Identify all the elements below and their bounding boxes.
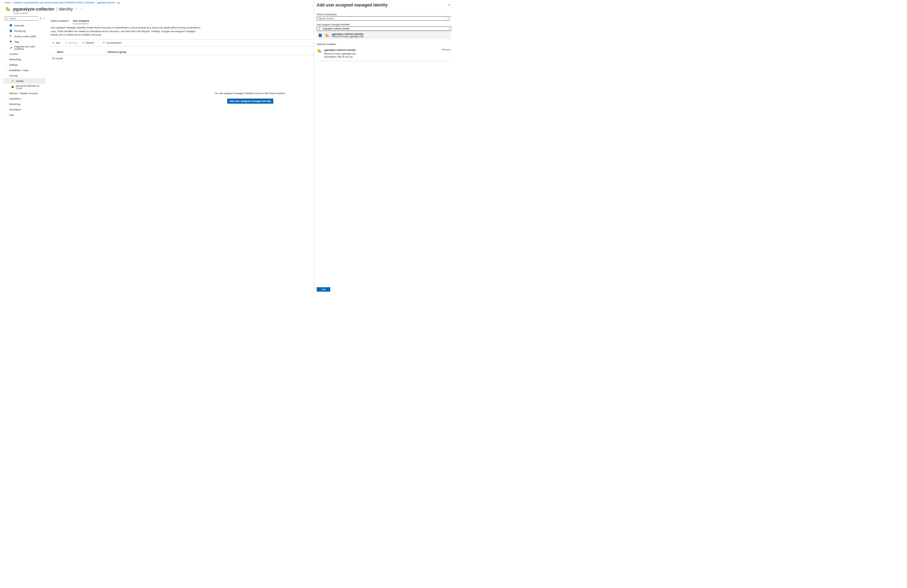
chevron-right-icon: ›	[5, 64, 7, 66]
identity-filter-input[interactable]	[323, 27, 446, 30]
sidebar-item-identity[interactable]: Identity	[3, 78, 46, 84]
identity-icon	[317, 48, 322, 53]
sidebar-search[interactable]	[5, 16, 38, 21]
svg-rect-7	[10, 31, 11, 31]
sidebar-item-monitoring[interactable]: ›Monitoring	[3, 101, 46, 107]
wrench-icon	[9, 46, 12, 49]
sidebar-item-defender[interactable]: Microsoft Defender for Cloud	[3, 84, 46, 90]
tab-system-assigned[interactable]: System assigned	[50, 18, 69, 24]
panel-footer: Add	[314, 285, 454, 294]
filter-icon	[318, 27, 321, 30]
svg-point-9	[11, 35, 12, 37]
toolbar-feedback-button[interactable]: Got feedback?	[101, 41, 124, 45]
required-indicator: *	[450, 16, 451, 19]
more-icon[interactable]: ⋯	[80, 8, 83, 11]
sidebar-item-automation[interactable]: ›Automation	[3, 107, 46, 112]
sidebar-item-help[interactable]: ›Help	[3, 112, 46, 117]
chevron-right-icon: ›	[5, 53, 7, 55]
identity-result-row[interactable]: ✓ pganalyze-collector-identity Resource …	[317, 31, 451, 39]
expand-icon[interactable]: ⇅	[40, 17, 42, 20]
collapse-icon[interactable]: «	[43, 17, 45, 20]
selected-resource-group: Resource Group: pganalyze-test	[324, 52, 440, 56]
sidebar-item-iam[interactable]: Access control (IAM)	[3, 34, 46, 39]
people-icon	[9, 35, 12, 38]
chevron-right-icon: ›	[95, 2, 96, 4]
close-icon[interactable]: ✕	[447, 3, 451, 7]
search-icon	[6, 17, 8, 20]
toolbar-add-button[interactable]: Add	[50, 41, 62, 45]
checkbox-checked-icon[interactable]: ✓	[319, 34, 322, 37]
chevron-right-icon: ›	[5, 108, 7, 111]
toolbar-separator	[98, 41, 99, 45]
svg-point-15	[103, 42, 104, 43]
chevron-right-icon: ›	[5, 92, 7, 94]
sidebar-item-connect[interactable]: ›Connect	[3, 51, 46, 56]
chevron-down-icon: ⌄	[5, 75, 7, 77]
chevron-right-icon: ›	[115, 2, 116, 4]
svg-point-1	[6, 18, 8, 19]
sort-icon[interactable]: ↑↓	[106, 51, 108, 53]
breadcrumb-home[interactable]: Home	[5, 2, 11, 4]
breadcrumb-db[interactable]: pganalyze-test-db	[97, 2, 114, 4]
sidebar-item-availability[interactable]: ›Availability + scale	[3, 67, 46, 73]
sidebar: ⇅ « Overview Activity log Access control…	[0, 16, 46, 117]
sidebar-item-networking[interactable]: ›Networking	[3, 56, 46, 62]
subscription-select[interactable]: Pay-As-You-Go ⌄	[317, 16, 449, 21]
svg-rect-16	[104, 42, 105, 43]
selected-identities-header: Selected identities:	[317, 43, 451, 45]
chevron-right-icon: ›	[5, 58, 7, 60]
chevron-down-icon: ⌄	[446, 17, 448, 20]
table-col-name[interactable]: Name ↑↓	[50, 51, 108, 53]
toolbar-remove-button: Remove	[63, 41, 79, 45]
tag-icon	[9, 40, 12, 43]
sidebar-item-activity[interactable]: Activity log	[3, 28, 46, 34]
remove-link[interactable]: Remove	[442, 48, 451, 51]
svg-rect-6	[10, 30, 11, 30]
result-resource-group: Resource Group: pganalyze-test	[332, 35, 364, 38]
identity-resource-icon	[5, 6, 11, 12]
svg-rect-12	[66, 42, 67, 44]
chevron-right-icon: ›	[11, 2, 12, 4]
log-icon	[9, 29, 12, 32]
breadcrumb-createvm[interactable]: CreateVm-canonical.0001-com-ubuntu-serve…	[14, 2, 95, 4]
tab-user-assigned[interactable]: User assigned	[73, 18, 89, 24]
sidebar-search-input[interactable]	[10, 17, 38, 20]
sidebar-item-operations[interactable]: ›Operations	[3, 96, 46, 101]
panel-title: Add user assigned managed identity	[317, 3, 388, 8]
selected-name: pganalyze-collector-identity	[324, 48, 440, 52]
chevron-right-icon: ›	[5, 98, 7, 99]
sidebar-item-backup[interactable]: ›Backup + disaster recovery	[3, 90, 46, 96]
toolbar-refresh-button[interactable]: Refresh	[81, 41, 96, 45]
svg-line-2	[8, 19, 8, 20]
svg-point-8	[10, 35, 11, 36]
sidebar-nav: Overview Activity log Access control (IA…	[3, 23, 46, 117]
feedback-icon	[103, 42, 105, 44]
sidebar-item-tags[interactable]: Tags	[3, 39, 46, 44]
breadcrumb-truncated: pg	[117, 2, 120, 4]
page-title: pganalyze-collector | Identity	[13, 6, 73, 11]
svg-rect-4	[10, 26, 11, 27]
star-icon[interactable]: ☆	[75, 8, 78, 11]
shield-icon	[11, 86, 14, 88]
add-button[interactable]: Add	[317, 287, 330, 292]
clear-icon[interactable]: ✕	[448, 27, 449, 30]
uami-label: User assigned managed identities	[317, 23, 451, 26]
chevron-right-icon: ›	[5, 114, 7, 116]
sidebar-item-overview[interactable]: Overview	[3, 23, 46, 28]
selected-subscription: Subscription: Pay-As-You-Go	[324, 55, 440, 59]
plus-icon	[52, 42, 54, 44]
empty-add-button[interactable]: Add user assigned managed identity	[227, 99, 273, 104]
subscription-label: Select a subscription	[317, 13, 451, 16]
tab-description: User assigned managed identities enable …	[50, 26, 203, 37]
sidebar-item-diagnose[interactable]: Diagnose and solve problems	[3, 44, 46, 51]
selected-identity-row: pganalyze-collector-identity Resource Gr…	[317, 47, 451, 61]
chevron-right-icon: ›	[5, 103, 7, 105]
identity-filter-box[interactable]: ✕	[317, 26, 451, 31]
sidebar-item-security[interactable]: ⌄Security	[3, 73, 46, 78]
identity-icon	[11, 80, 14, 82]
identity-icon	[324, 33, 329, 38]
add-identity-panel: Add user assigned managed identity ✕ Sel…	[314, 0, 454, 294]
chevron-right-icon: ›	[5, 69, 7, 71]
sidebar-item-settings[interactable]: ›Settings	[3, 62, 46, 67]
result-name: pganalyze-collector-identity	[332, 33, 364, 35]
